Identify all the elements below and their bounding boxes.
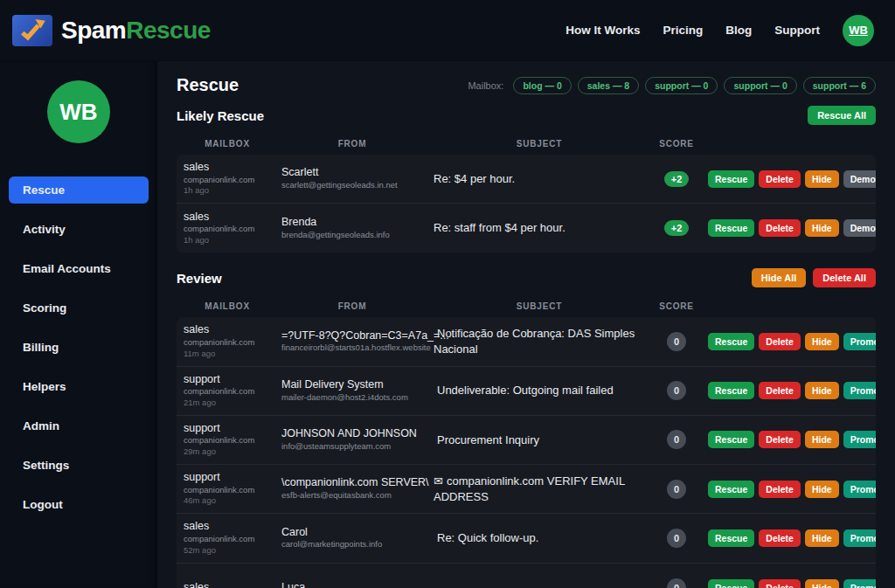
- rescue-button[interactable]: Rescue: [708, 579, 754, 588]
- subject-cell: ✉companionlink.com VERIFY EMAIL ADDRESS: [434, 474, 645, 504]
- hide-button[interactable]: Hide: [805, 170, 839, 188]
- hide-all-button[interactable]: Hide All: [752, 268, 807, 287]
- nav-pricing[interactable]: Pricing: [663, 24, 703, 37]
- sidebar-item[interactable]: Helpers: [9, 373, 149, 400]
- hide-button[interactable]: Hide: [805, 431, 839, 448]
- hide-button[interactable]: Hide: [805, 529, 839, 547]
- sidebar-item[interactable]: Email Accounts: [9, 255, 149, 282]
- mailbox-age: 52m ago: [184, 545, 271, 557]
- delete-all-button[interactable]: Delete All: [813, 268, 876, 287]
- mailbox-cell: support companionlink.com 46m ago: [184, 471, 271, 507]
- hide-button[interactable]: Hide: [805, 219, 839, 237]
- mailbox-domain: companionlink.com: [184, 386, 271, 398]
- sidebar-item[interactable]: Admin: [9, 412, 149, 439]
- rescue-button[interactable]: Rescue: [708, 219, 754, 237]
- score-badge: 0: [667, 529, 686, 548]
- subject-cell: Re: $4 per hour.: [434, 171, 645, 187]
- rescue-button[interactable]: Rescue: [708, 431, 754, 448]
- score-badge: 0: [667, 430, 686, 449]
- score-cell: 0: [656, 480, 697, 499]
- mailbox-label: Mailbox:: [468, 80, 503, 91]
- mailbox-chip[interactable]: support — 6: [803, 77, 876, 94]
- shell: WB Rescue Activity Email Accounts Scorin…: [0, 61, 895, 588]
- mailbox-filter: Mailbox: blog — 0 sales — 8 support — 0 …: [468, 77, 876, 94]
- nav-support[interactable]: Support: [774, 24, 820, 37]
- delete-button[interactable]: Delete: [759, 382, 801, 399]
- logo-text: SpamRescue: [61, 17, 211, 45]
- from-name: Luca: [281, 581, 423, 588]
- promote-button[interactable]: Promote: [843, 333, 876, 350]
- score-badge: 0: [667, 480, 686, 499]
- likely-rescue-head: Likely Rescue Rescue All: [177, 106, 876, 125]
- delete-button[interactable]: Delete: [759, 333, 801, 350]
- from-cell: Brenda brenda@gettingseoleads.info: [281, 216, 423, 240]
- delete-button[interactable]: Delete: [759, 431, 801, 448]
- mailbox-name: sales: [184, 211, 271, 225]
- promote-button[interactable]: Promote: [843, 579, 876, 588]
- nav-blog[interactable]: Blog: [725, 24, 752, 37]
- subject-cell: Re: Quick follow-up.: [434, 530, 645, 546]
- from-email: carol@marketingpoints.info: [281, 539, 423, 550]
- rescue-button[interactable]: Rescue: [708, 333, 754, 350]
- logo[interactable]: SpamRescue: [12, 15, 211, 46]
- logo-arrow-icon: [12, 15, 52, 46]
- likely-rescue-heading: Likely Rescue: [177, 108, 264, 123]
- rescue-button[interactable]: Rescue: [708, 481, 754, 498]
- promote-button[interactable]: Promote: [843, 481, 876, 498]
- mailbox-chip[interactable]: support — 0: [724, 77, 796, 94]
- mailbox-chip[interactable]: support — 0: [645, 77, 718, 94]
- score-cell: 0: [656, 381, 697, 400]
- col-subject: SUBJECT: [434, 301, 645, 311]
- sidebar-item[interactable]: Scoring: [9, 294, 149, 322]
- delete-button[interactable]: Delete: [759, 219, 801, 237]
- header-avatar[interactable]: WB: [843, 15, 874, 46]
- logo-spam: Spam: [61, 17, 126, 44]
- row-actions: Rescue Delete Hide Promote + Keyword: [708, 481, 876, 498]
- sidebar-item[interactable]: Settings: [9, 452, 149, 479]
- mailbox-chip[interactable]: sales — 8: [578, 77, 639, 94]
- mailbox-domain: companionlink.com: [184, 534, 271, 545]
- from-name: =?UTF-8?Q?Cobran=C3=A7a_=...: [281, 329, 423, 343]
- from-cell: Carol carol@marketingpoints.info: [281, 526, 423, 550]
- mailbox-age: 21m ago: [184, 398, 271, 409]
- app: SpamRescue How It Works Pricing Blog Sup…: [0, 0, 895, 588]
- rescue-button[interactable]: Rescue: [708, 529, 754, 547]
- sidebar-nav: Rescue Activity Email Accounts Scoring B…: [0, 176, 157, 518]
- nav-how-it-works[interactable]: How It Works: [565, 24, 640, 37]
- from-cell: =?UTF-8?Q?Cobran=C3=A7a_=... financeiror…: [281, 329, 423, 354]
- row-actions: Rescue Delete Hide Promote + Keyword: [708, 529, 876, 547]
- sidebar-item[interactable]: Rescue: [9, 176, 149, 204]
- from-name: \companionlink.com SERVER\: [281, 476, 423, 490]
- hide-button[interactable]: Hide: [805, 382, 839, 399]
- delete-button[interactable]: Delete: [759, 529, 801, 547]
- rescue-button[interactable]: Rescue: [708, 382, 754, 399]
- promote-button[interactable]: Promote: [843, 529, 876, 547]
- score-badge: 0: [667, 332, 686, 351]
- row-actions: Rescue Delete Hide Promote + Keyword: [708, 579, 876, 588]
- hide-button[interactable]: Hide: [805, 481, 839, 498]
- hide-button[interactable]: Hide: [805, 579, 839, 588]
- promote-button[interactable]: Promote: [843, 382, 876, 399]
- demote-button[interactable]: Demote: [843, 219, 876, 237]
- score-cell: 0: [656, 578, 697, 588]
- score-cell: +2: [656, 171, 697, 187]
- delete-button[interactable]: Delete: [759, 170, 801, 188]
- promote-button[interactable]: Promote: [843, 431, 876, 448]
- score-cell: 0: [656, 430, 697, 449]
- sidebar-item[interactable]: Logout: [9, 491, 149, 518]
- delete-button[interactable]: Delete: [759, 481, 801, 498]
- table-row: sales companionlink.com 1h ago Brenda br…: [177, 204, 876, 252]
- mailbox-chip[interactable]: blog — 0: [513, 77, 571, 94]
- mailbox-cell: support companionlink.com 29m ago: [184, 422, 271, 458]
- subject-cell: Undeliverable: Outgoing mail failed: [434, 383, 645, 398]
- mailbox-name: support: [184, 373, 271, 387]
- title-row: Rescue Mailbox: blog — 0 sales — 8 suppo…: [177, 75, 876, 95]
- sidebar-item[interactable]: Activity: [9, 216, 149, 243]
- hide-button[interactable]: Hide: [805, 333, 839, 350]
- sidebar-item[interactable]: Billing: [9, 334, 149, 361]
- from-email: info@usteamsupplyteam.com: [281, 441, 423, 453]
- demote-button[interactable]: Demote: [843, 170, 876, 188]
- rescue-button[interactable]: Rescue: [708, 170, 754, 188]
- delete-button[interactable]: Delete: [759, 579, 801, 588]
- rescue-all-button[interactable]: Rescue All: [808, 106, 876, 125]
